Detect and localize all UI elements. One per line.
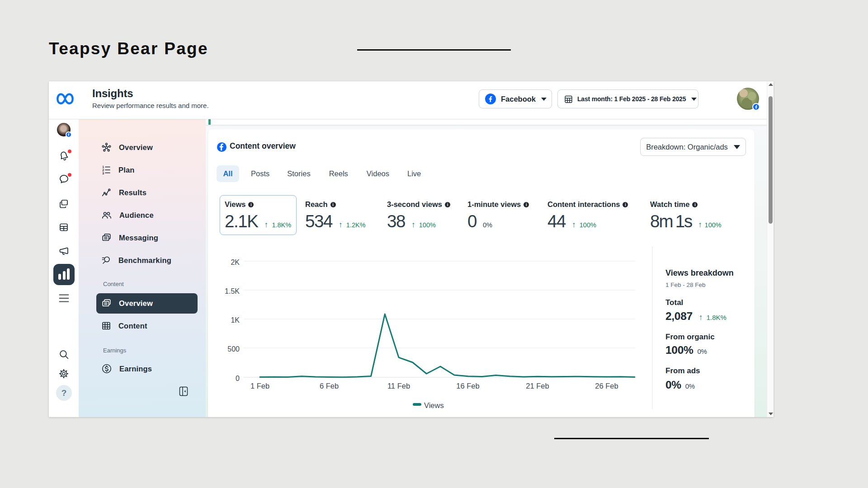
svg-text:1K: 1K [231,316,240,324]
svg-text:500: 500 [227,345,240,353]
svg-text:26 Feb: 26 Feb [595,382,618,390]
svg-text:2K: 2K [231,258,240,266]
svg-text:16 Feb: 16 Feb [456,382,479,390]
svg-text:3: 3 [102,172,104,175]
svg-text:6 Feb: 6 Feb [320,382,339,390]
svg-text:21 Feb: 21 Feb [526,382,549,390]
svg-text:0: 0 [236,375,240,382]
svg-text:1.5K: 1.5K [225,287,240,295]
svg-text:1 Feb: 1 Feb [250,382,269,390]
svg-text:Views: Views [424,401,444,409]
svg-text:11 Feb: 11 Feb [387,382,410,390]
